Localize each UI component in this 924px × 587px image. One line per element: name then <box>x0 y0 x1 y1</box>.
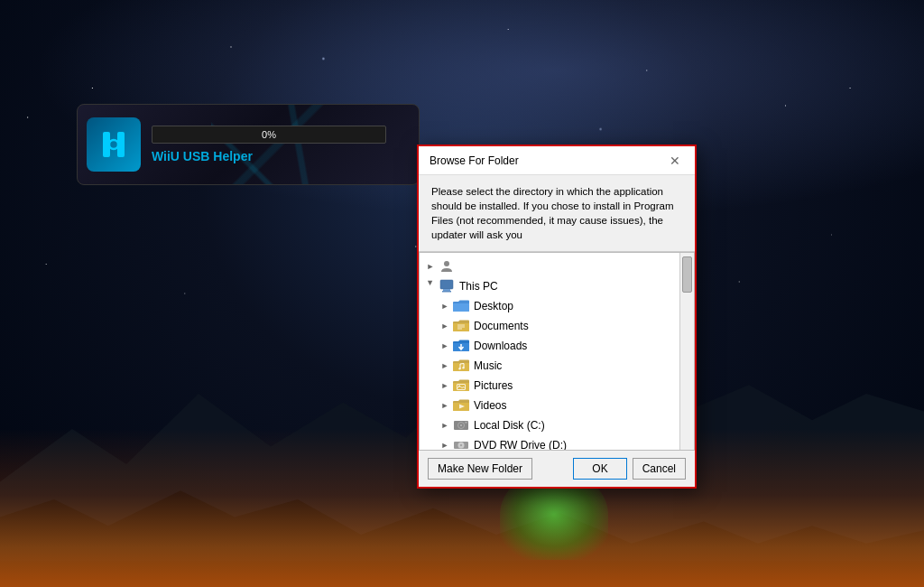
tree-arrow-downloads: ► <box>438 341 452 350</box>
svg-point-17 <box>460 424 462 426</box>
scroll-thumb[interactable] <box>682 256 692 293</box>
svg-point-11 <box>462 367 464 368</box>
svg-point-3 <box>444 261 449 266</box>
tree-arrow-pictures: ► <box>438 381 452 390</box>
svg-rect-9 <box>457 329 462 330</box>
wiiu-right-panel: 0% WiiU USB Helper <box>152 126 410 163</box>
progress-bar-container: 0% <box>152 126 386 144</box>
make-new-folder-button[interactable]: Make New Folder <box>428 458 532 480</box>
tree-arrow-documents: ► <box>438 321 452 331</box>
tree-item-dvd-d[interactable]: ► DVD RW Drive (D:) <box>420 435 679 451</box>
tree-label-pictures: Pictures <box>474 379 513 392</box>
documents-folder-icon <box>452 319 470 333</box>
tree-item-user[interactable]: ► <box>420 256 679 276</box>
tree-label-local-c: Local Disk (C:) <box>474 419 545 432</box>
svg-rect-6 <box>442 291 451 293</box>
ok-button[interactable]: OK <box>573 458 626 480</box>
tree-item-documents[interactable]: ► Documents <box>420 316 679 336</box>
pictures-folder-icon <box>452 378 470 393</box>
scrollbar[interactable] <box>679 253 694 450</box>
tree-arrow-music: ► <box>438 361 452 370</box>
tree-label-thispc: This PC <box>459 280 498 293</box>
folder-tree-container[interactable]: ► ► This <box>419 252 695 451</box>
tree-item-pictures[interactable]: ► Pictures <box>420 376 679 396</box>
tree-arrow-videos: ► <box>438 401 452 410</box>
svg-point-10 <box>458 368 460 369</box>
videos-folder-icon <box>452 398 470 413</box>
tree-label-dvd-d: DVD RW Drive (D:) <box>474 439 567 451</box>
dialog-titlebar: Browse For Folder ✕ <box>419 146 695 175</box>
tree-arrow-dvd-d: ► <box>438 441 452 450</box>
svg-point-2 <box>109 140 118 149</box>
close-icon: ✕ <box>670 154 680 168</box>
tree-arrow-desktop: ► <box>438 302 452 311</box>
tree-item-videos[interactable]: ► Videos <box>420 396 679 415</box>
downloads-folder-icon <box>452 339 470 353</box>
dialog-footer: Make New Folder OK Cancel <box>419 451 695 487</box>
tree-label-music: Music <box>474 359 502 372</box>
tree-item-desktop[interactable]: ► Desktop <box>420 296 679 316</box>
svg-point-22 <box>461 445 462 446</box>
wiiu-app-title: WiiU USB Helper <box>152 149 410 163</box>
tree-items: ► ► This <box>420 253 694 451</box>
ok-cancel-group: OK Cancel <box>573 458 686 480</box>
tree-item-local-c[interactable]: ► Local Disk (C:) <box>420 415 679 435</box>
wiiu-logo <box>87 117 141 172</box>
desktop-folder-icon <box>452 299 470 313</box>
browse-folder-dialog: Browse For Folder ✕ Please select the di… <box>417 144 697 489</box>
tree-item-thispc[interactable]: ► This PC <box>420 276 679 296</box>
tree-arrow-user: ► <box>423 262 438 271</box>
local-disk-icon <box>452 418 470 433</box>
svg-rect-8 <box>457 327 465 328</box>
dvd-drive-icon <box>452 438 470 451</box>
wiiu-app-window: 0% WiiU USB Helper <box>77 104 420 185</box>
tree-label-desktop: Desktop <box>474 300 513 312</box>
tree-item-music[interactable]: ► Music <box>420 356 679 376</box>
svg-rect-18 <box>465 422 467 424</box>
user-icon <box>438 259 456 274</box>
tree-item-downloads[interactable]: ► Downloads <box>420 336 679 356</box>
tree-label-documents: Documents <box>474 320 529 332</box>
music-folder-icon <box>452 359 470 373</box>
svg-rect-4 <box>440 280 453 289</box>
progress-text: 0% <box>262 129 276 140</box>
tree-label-downloads: Downloads <box>474 340 527 352</box>
tree-label-videos: Videos <box>474 399 506 412</box>
tree-arrow-local-c: ► <box>438 421 452 430</box>
dialog-close-button[interactable]: ✕ <box>666 152 684 170</box>
cancel-button[interactable]: Cancel <box>633 458 686 480</box>
svg-rect-7 <box>457 325 465 326</box>
dialog-description: Please select the directory in which the… <box>419 175 695 252</box>
svg-rect-5 <box>443 289 450 291</box>
dialog-title: Browse For Folder <box>430 154 519 167</box>
tree-arrow-thispc: ► <box>426 279 435 294</box>
pc-icon <box>438 279 456 294</box>
